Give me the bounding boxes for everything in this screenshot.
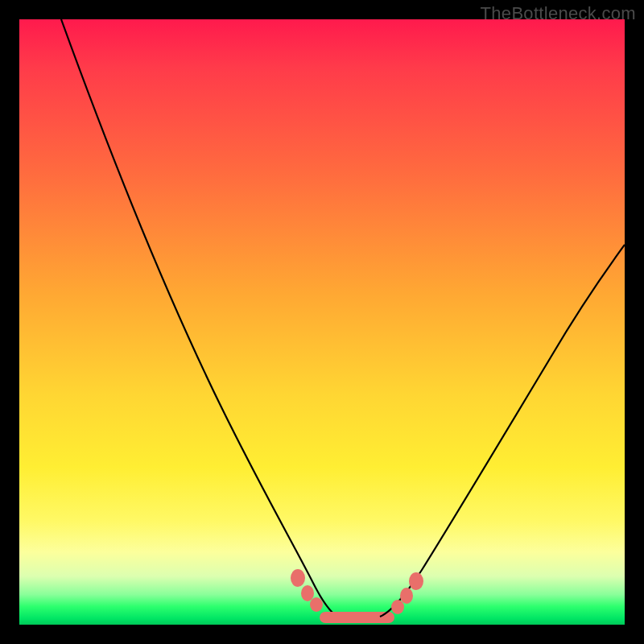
bottom-pill xyxy=(320,612,394,623)
outer-frame: TheBottleneck.com xyxy=(0,0,644,644)
marker-dot xyxy=(291,569,305,587)
marker-dot xyxy=(391,600,404,614)
marker-dot xyxy=(310,597,323,612)
marker-dot xyxy=(409,572,423,590)
watermark-text: TheBottleneck.com xyxy=(481,3,636,24)
chart-svg xyxy=(19,19,625,625)
plot-area xyxy=(19,19,625,625)
marker-dot xyxy=(301,585,314,601)
marker-dot xyxy=(400,588,413,604)
right-curve xyxy=(380,245,625,617)
left-curve xyxy=(61,19,337,617)
